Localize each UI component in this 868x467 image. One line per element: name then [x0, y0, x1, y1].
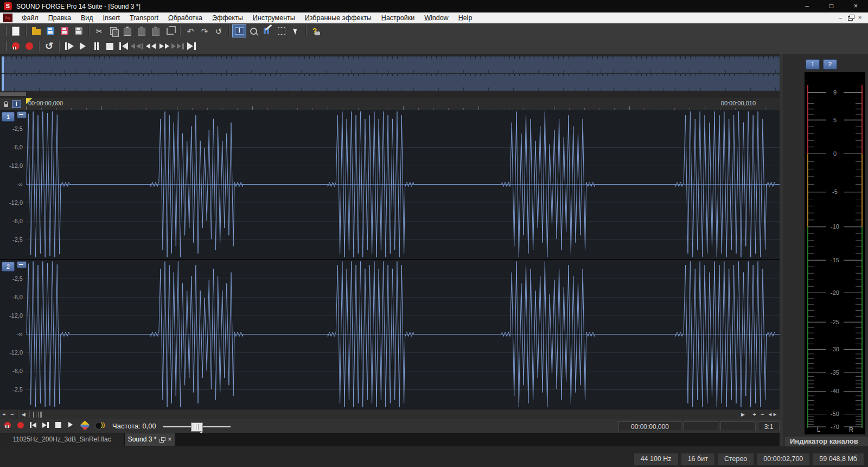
- pencil-tool-button[interactable]: [260, 24, 275, 37]
- zoom-out-button[interactable]: −: [758, 411, 767, 419]
- go-to-start-button[interactable]: [30, 422, 36, 428]
- channel-1-badge[interactable]: 1: [2, 112, 15, 122]
- trim-button[interactable]: [163, 24, 177, 37]
- time-ruler[interactable]: 00:00:00,000 00:00:00,010: [0, 98, 780, 110]
- go-to-start-button[interactable]: [117, 40, 130, 53]
- status-length[interactable]: 00:00:02,700: [757, 453, 809, 465]
- forward-all-button[interactable]: [171, 40, 184, 53]
- edit-tool-button[interactable]: [232, 24, 246, 37]
- waveform-channel-1[interactable]: [26, 110, 780, 259]
- toolbar-grip[interactable]: [3, 26, 7, 36]
- overview-bar-right[interactable]: [2, 74, 780, 91]
- menu-file[interactable]: Файл: [17, 14, 43, 22]
- cursor-time-display[interactable]: 00:00:00,000: [618, 421, 681, 431]
- forward-button[interactable]: [157, 40, 171, 53]
- stop-button[interactable]: [103, 40, 117, 53]
- toolbar-grip[interactable]: [3, 41, 7, 51]
- save-all-button[interactable]: [72, 24, 86, 37]
- overview-scroll-thumb[interactable]: [0, 92, 26, 96]
- channel-2-minimize-button[interactable]: [17, 261, 27, 268]
- selection-start-display[interactable]: [684, 421, 718, 431]
- menu-process[interactable]: Обработка: [163, 14, 207, 22]
- minimize-button[interactable]: –: [795, 0, 819, 12]
- waveform-channel-2[interactable]: [26, 260, 780, 409]
- repeat-button[interactable]: ↺: [212, 24, 226, 37]
- meter-channel-1-button[interactable]: 1: [806, 59, 820, 70]
- menu-edit[interactable]: Правка: [43, 14, 76, 22]
- menu-options[interactable]: Настройки: [376, 14, 419, 22]
- selection-tool-button[interactable]: [275, 24, 289, 37]
- event-tool-button[interactable]: [289, 24, 303, 37]
- scroll-left-button[interactable]: ◄: [20, 411, 28, 419]
- waveform-area[interactable]: -2,5-6,0-12,0-∞-12,0-6,0-2,5 -2,5-6,0-12…: [0, 110, 780, 409]
- save-button[interactable]: [43, 24, 58, 37]
- loop-playback-button[interactable]: ↺: [42, 40, 56, 53]
- go-to-end-button[interactable]: [184, 40, 198, 53]
- menu-transport[interactable]: Transport: [125, 14, 163, 22]
- rewind-button[interactable]: [144, 40, 157, 53]
- magnify-tool-button[interactable]: [246, 24, 260, 37]
- tab-close-icon[interactable]: ×: [168, 437, 171, 443]
- menu-help[interactable]: Help: [454, 14, 477, 22]
- meter-channel-2-button[interactable]: 2: [823, 59, 837, 70]
- menu-view[interactable]: Вид: [76, 14, 98, 22]
- paste-to-new-button[interactable]: [149, 24, 163, 37]
- help-button[interactable]: ?: [309, 24, 323, 37]
- go-to-end-button[interactable]: [42, 422, 49, 428]
- new-file-button[interactable]: [9, 24, 23, 37]
- overview-scrollbar[interactable]: [0, 91, 780, 97]
- channel-2-badge[interactable]: 2: [2, 262, 15, 272]
- zoom-in-button[interactable]: +: [0, 411, 8, 419]
- overview-bar-left[interactable]: [2, 56, 780, 73]
- scrollbar-thumb[interactable]: [33, 412, 42, 418]
- edit-tool-icon[interactable]: [12, 100, 21, 108]
- stop-button[interactable]: [55, 422, 61, 428]
- rewind-all-button[interactable]: [130, 40, 144, 53]
- frequency-slider-handle[interactable]: [191, 422, 203, 432]
- record-button[interactable]: [22, 40, 36, 53]
- undo-button[interactable]: ↶: [183, 24, 197, 37]
- overview-cursor[interactable]: [2, 74, 4, 91]
- maximize-button[interactable]: □: [819, 0, 844, 12]
- record-button[interactable]: [17, 422, 24, 428]
- channel-1-minimize-button[interactable]: [17, 111, 27, 118]
- save-as-button[interactable]: [58, 24, 72, 37]
- lock-icon[interactable]: [4, 104, 8, 107]
- paste-special-button[interactable]: [135, 24, 149, 37]
- mdi-restore-button[interactable]: [845, 12, 855, 23]
- zoom-out-button[interactable]: −: [8, 411, 16, 419]
- zoom-ratio-display[interactable]: 3:1: [758, 421, 780, 431]
- mdi-close-button[interactable]: ×: [855, 12, 865, 23]
- open-button[interactable]: [29, 24, 43, 37]
- zoom-fit-button[interactable]: ◄►: [767, 411, 778, 419]
- record-remote-button[interactable]: [9, 40, 22, 53]
- status-free-space[interactable]: 59 048,8 Мб: [813, 453, 864, 465]
- zoom-in-button[interactable]: +: [750, 411, 758, 419]
- record-remote-button[interactable]: [4, 422, 11, 428]
- scroll-right-button[interactable]: ►: [739, 411, 747, 419]
- tab-restore-icon[interactable]: [159, 437, 165, 443]
- close-button[interactable]: ×: [844, 0, 868, 12]
- status-bit-depth[interactable]: 16 бит: [681, 453, 714, 465]
- copy-button[interactable]: [106, 24, 120, 37]
- play-button[interactable]: [76, 40, 90, 53]
- pencil-tool-button[interactable]: [81, 422, 88, 429]
- menu-favorites[interactable]: Избранные эффекты: [300, 14, 376, 22]
- menu-window[interactable]: Window: [419, 14, 453, 22]
- scrub-tool-button[interactable]: [95, 422, 103, 430]
- play-button[interactable]: [68, 422, 73, 427]
- level-meter[interactable]: 950-5-10-15-20-25-30-35-40-50-70LR: [805, 72, 865, 434]
- cut-button[interactable]: ✂: [92, 24, 106, 37]
- status-channel-mode[interactable]: Стерео: [718, 453, 754, 465]
- overview-cursor[interactable]: [2, 56, 4, 73]
- play-all-button[interactable]: [62, 40, 76, 53]
- status-sample-rate[interactable]: 44 100 Hz: [634, 453, 678, 465]
- menu-insert[interactable]: Insert: [98, 14, 125, 22]
- pause-button[interactable]: [90, 40, 103, 53]
- tab-sound3-active[interactable]: Sound 3 * ×: [125, 433, 175, 446]
- menu-effects[interactable]: Эффекты: [207, 14, 248, 22]
- tab-11025hz-file[interactable]: 11025Hz_200Hz_3dB_SinRef.flac: [0, 433, 124, 446]
- paste-button[interactable]: [120, 24, 135, 37]
- redo-button[interactable]: ↷: [197, 24, 212, 37]
- selection-end-display[interactable]: [720, 421, 756, 431]
